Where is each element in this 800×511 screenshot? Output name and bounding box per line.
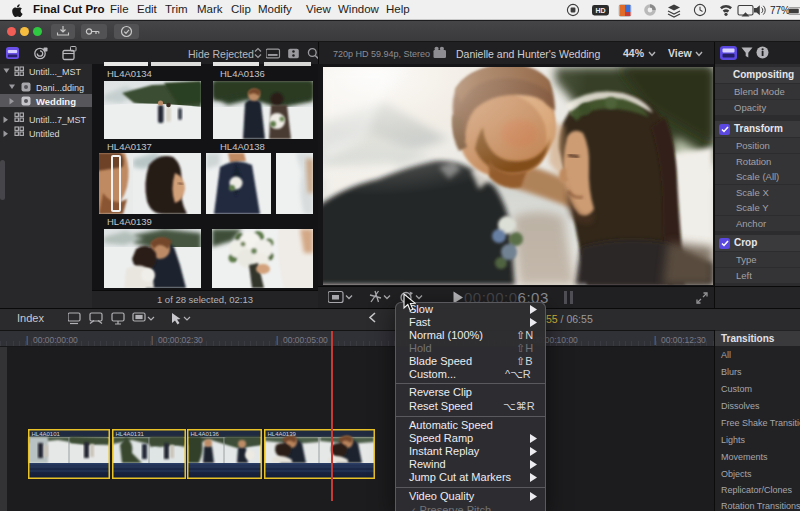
svg-text:HL4A0101: HL4A0101 [32, 431, 61, 437]
svg-text:HD: HD [595, 7, 605, 14]
svg-text:HL4A0139: HL4A0139 [268, 431, 297, 437]
svg-text:HL4A0131: HL4A0131 [116, 431, 145, 437]
svg-text:HL4A0136: HL4A0136 [191, 431, 220, 437]
